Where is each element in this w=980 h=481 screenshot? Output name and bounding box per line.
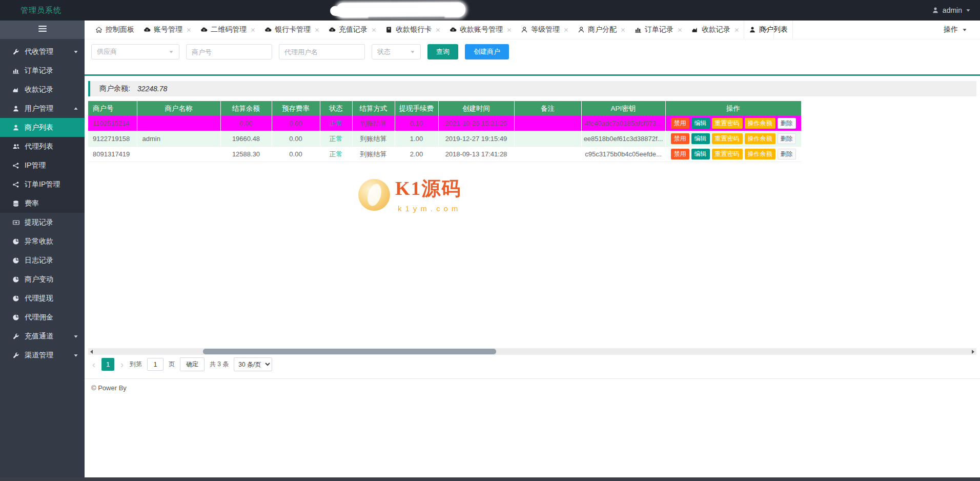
sidebar-item[interactable]: 订单记录 xyxy=(0,61,85,80)
active-tab-dropdown[interactable] xyxy=(758,21,774,39)
sidebar-item[interactable]: 充值通道 xyxy=(0,327,85,346)
scrollbar-track[interactable] xyxy=(95,348,970,355)
user-solid-icon xyxy=(12,105,20,112)
tab[interactable]: 银行卡管理 xyxy=(260,21,324,39)
tab[interactable]: 充值记录 xyxy=(324,21,381,39)
scroll-right-arrow[interactable] xyxy=(970,348,976,355)
close-icon[interactable] xyxy=(678,28,682,32)
operate-balance-button[interactable]: 操作余额 xyxy=(745,133,775,144)
edit-button[interactable]: 编辑 xyxy=(691,133,710,144)
sidebar-item[interactable]: 收款记录 xyxy=(0,80,85,99)
sidebar-item[interactable]: 提现记录 xyxy=(0,213,85,232)
close-icon[interactable] xyxy=(734,28,739,32)
delete-button[interactable]: 删除 xyxy=(778,149,796,159)
merchant-id-input[interactable] xyxy=(186,44,272,59)
tab[interactable]: 账号管理 xyxy=(139,21,196,39)
reset-password-button[interactable]: 重置密码 xyxy=(712,133,743,144)
table-row[interactable]: 9122719158admin19660.480.00正常到账结算1.00201… xyxy=(88,131,801,147)
disable-button[interactable]: 禁用 xyxy=(671,133,689,144)
sidebar-item[interactable]: IP管理 xyxy=(0,156,85,175)
nodes-icon xyxy=(12,181,20,188)
close-icon[interactable] xyxy=(436,28,440,32)
tab[interactable]: 收款记录 xyxy=(687,21,744,39)
tab[interactable]: 商户分配 xyxy=(573,21,630,39)
sidebar-item[interactable]: 日志记录 xyxy=(0,251,85,270)
close-icon[interactable] xyxy=(251,28,255,32)
cell-merchant-name: admin xyxy=(137,131,220,147)
operate-balance-button[interactable]: 操作余额 xyxy=(745,118,775,129)
sidebar-item-label: 提现记录 xyxy=(25,218,53,227)
sidebar-item[interactable]: 异常收款 xyxy=(0,232,85,251)
sidebar-item[interactable]: 渠道管理 xyxy=(0,346,85,365)
operate-balance-button[interactable]: 操作余额 xyxy=(745,149,775,159)
caret-down-icon xyxy=(169,49,174,54)
agent-username-input[interactable] xyxy=(279,44,365,59)
caret-down-icon xyxy=(966,8,971,13)
tab-bar: 控制面板账号管理二维码管理银行卡管理充值记录收款银行卡收款账号管理等级管理商户分… xyxy=(85,21,980,39)
sidebar-item[interactable]: 代理列表 xyxy=(0,137,85,156)
close-icon[interactable] xyxy=(187,28,191,32)
goto-page-input[interactable] xyxy=(147,358,164,371)
close-icon[interactable] xyxy=(507,28,512,32)
tab-label: 等级管理 xyxy=(531,25,560,34)
tab-label: 充值记录 xyxy=(339,25,368,34)
edit-button[interactable]: 编辑 xyxy=(691,149,710,159)
users-icon xyxy=(12,143,20,150)
sidebar-item[interactable]: 代理佣金 xyxy=(0,308,85,327)
page-size-select[interactable]: 30 条/页 xyxy=(234,357,272,371)
pie-icon xyxy=(12,295,20,302)
tab-label: 二维码管理 xyxy=(211,25,247,34)
close-icon[interactable] xyxy=(621,28,625,32)
disable-button[interactable]: 禁用 xyxy=(671,149,689,159)
tab-actions-menu[interactable]: 操作 xyxy=(931,21,980,39)
sidebar-item[interactable]: 代收管理 xyxy=(0,42,85,61)
status-select[interactable]: 状态 xyxy=(372,44,421,59)
sidebar-item-label: 收款记录 xyxy=(25,85,53,94)
redacted-area xyxy=(336,2,465,17)
watermark-coin-logo xyxy=(358,179,390,211)
cell-actions: 禁用编辑重置密码操作余额删除 xyxy=(665,116,801,131)
tab[interactable]: 等级管理 xyxy=(516,21,573,39)
sidebar-item[interactable]: 商户列表 xyxy=(0,118,85,137)
scroll-left-arrow[interactable] xyxy=(88,348,95,355)
tab[interactable]: 控制面板 xyxy=(91,21,139,39)
tab[interactable]: 订单记录 xyxy=(630,21,687,39)
sidebar-collapse-button[interactable] xyxy=(0,21,85,39)
delete-button[interactable]: 删除 xyxy=(778,133,796,144)
table-row[interactable]: 11025152140.000.00正常到账结算0.102021-10-25 1… xyxy=(88,116,801,131)
confirm-page-button[interactable]: 确定 xyxy=(180,357,205,371)
delete-button[interactable]: 删除 xyxy=(778,118,796,129)
cell-withdraw-fee: 2.00 xyxy=(395,147,438,162)
reset-password-button[interactable]: 重置密码 xyxy=(712,149,743,159)
next-page-button[interactable] xyxy=(119,360,125,369)
sidebar-item[interactable]: 费率 xyxy=(0,194,85,213)
tab[interactable]: 收款账号管理 xyxy=(445,21,516,39)
cell-settle-method: 到账结算 xyxy=(352,147,395,162)
sidebar-item[interactable]: 商户变动 xyxy=(0,270,85,289)
sidebar-item[interactable]: 代理提现 xyxy=(0,289,85,308)
prev-page-button[interactable] xyxy=(91,360,96,369)
watermark-brand: K1源码 xyxy=(395,176,461,202)
create-merchant-button[interactable]: 创建商户 xyxy=(465,44,509,59)
tab-label: 收款记录 xyxy=(702,25,730,34)
sidebar-item[interactable]: 订单IP管理 xyxy=(0,175,85,194)
user-menu[interactable]: admin xyxy=(932,6,971,14)
scrollbar-thumb[interactable] xyxy=(203,349,496,354)
table-row[interactable]: 809131741912588.300.00正常到账结算2.002018-09-… xyxy=(88,147,801,162)
column-header: 提现手续费 xyxy=(395,101,438,116)
tab[interactable]: 收款银行卡 xyxy=(381,21,445,39)
tab[interactable]: 二维码管理 xyxy=(196,21,260,39)
sidebar-item[interactable]: 用户管理 xyxy=(0,99,85,118)
disable-button[interactable]: 禁用 xyxy=(671,118,689,129)
supplier-select[interactable]: 供应商 xyxy=(91,44,179,59)
close-icon[interactable] xyxy=(564,28,568,32)
close-icon[interactable] xyxy=(372,28,376,32)
caret-down-icon xyxy=(73,353,78,358)
close-icon[interactable] xyxy=(315,28,319,32)
supplier-placeholder: 供应商 xyxy=(97,47,117,56)
reset-password-button[interactable]: 重置密码 xyxy=(712,118,743,129)
search-button[interactable]: 查询 xyxy=(427,44,458,59)
cell-remark xyxy=(514,116,581,131)
edit-button[interactable]: 编辑 xyxy=(691,118,710,129)
page-1-button[interactable]: 1 xyxy=(101,358,114,371)
